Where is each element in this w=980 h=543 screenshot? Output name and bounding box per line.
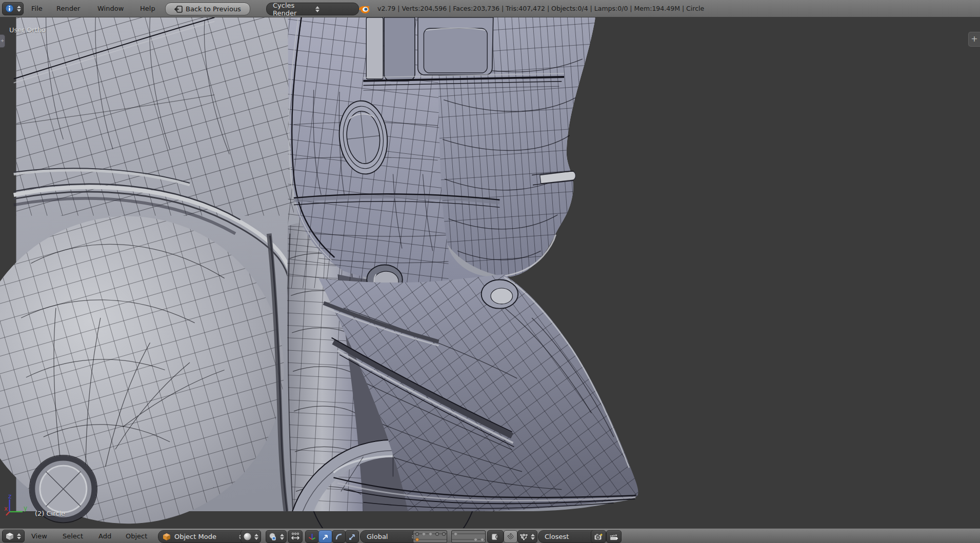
layer-toggle[interactable] <box>452 539 458 540</box>
axis-tripod-icon <box>308 533 316 540</box>
editor-type-cube-icon <box>6 532 14 540</box>
blender-window: File Render Window Help Back to Previous… <box>0 0 980 543</box>
layer-toggle[interactable] <box>427 533 433 534</box>
manipulator-toggle-button[interactable] <box>288 530 303 543</box>
axis-y-label: y <box>24 505 27 512</box>
opengl-render-anim-button[interactable] <box>606 530 622 543</box>
translate-manipulator-axes-button[interactable] <box>305 530 319 543</box>
layer-toggle[interactable] <box>420 533 427 534</box>
editor-type-button[interactable] <box>2 2 24 15</box>
menu-object[interactable]: Object <box>126 532 147 540</box>
lock-link-icon <box>491 533 500 541</box>
menu-add[interactable]: Add <box>98 532 111 540</box>
snap-element-arrows <box>531 534 535 540</box>
translate-button[interactable] <box>318 530 332 543</box>
scene-stats: v2.79 | Verts:204,596 | Faces:203,736 | … <box>377 0 704 17</box>
snap-element-button[interactable] <box>517 530 537 543</box>
object-mode-cube-icon <box>163 533 171 541</box>
transform-orientation-value: Global <box>367 533 409 540</box>
layer-toggle[interactable] <box>420 539 427 540</box>
info-icon <box>5 4 14 13</box>
layer-toggle[interactable] <box>452 533 458 534</box>
layers-group-2 <box>451 530 486 543</box>
back-to-previous-label: Back to Previous <box>186 5 241 13</box>
pivot-point-icon <box>269 533 277 541</box>
render-engine-arrows <box>315 6 355 12</box>
info-header: File Render Window Help Back to Previous… <box>0 0 980 17</box>
clapperboard-icon <box>609 533 618 541</box>
magnet-icon <box>507 533 514 540</box>
layer-toggle[interactable] <box>472 533 478 534</box>
layer-toggle[interactable] <box>427 539 433 540</box>
shading-arrows <box>254 534 258 540</box>
properties-expand-tab[interactable]: + <box>968 32 980 47</box>
mini-axis-gizmo: z x y <box>3 487 36 523</box>
rotate-arc-icon <box>335 533 343 540</box>
scale-button[interactable] <box>345 530 359 543</box>
viewport-3d[interactable]: User Ortho + + z x y (2) Circle <box>0 17 980 528</box>
active-object-label: (2) Circle <box>35 510 65 517</box>
editor-type-arrows-bottom <box>17 533 21 539</box>
shading-sphere-icon <box>244 533 251 540</box>
editor-type-button-bottom[interactable] <box>2 530 25 542</box>
layer-toggle[interactable] <box>413 539 420 540</box>
render-engine-select[interactable]: Cycles Render <box>266 3 359 15</box>
render-engine-value: Cycles Render <box>273 2 312 17</box>
layer-toggle[interactable] <box>472 539 478 540</box>
menu-view[interactable]: View <box>31 532 47 540</box>
snap-volume-cube-icon <box>520 533 528 540</box>
translate-arrow-icon <box>322 533 329 540</box>
rotate-button[interactable] <box>332 530 346 543</box>
back-to-previous-button[interactable]: Back to Previous <box>165 3 250 15</box>
layers-group-1 <box>413 530 447 543</box>
wireframe-mesh <box>0 17 980 528</box>
opengl-render-button[interactable] <box>591 530 606 543</box>
layer-toggle[interactable] <box>465 533 472 534</box>
layer-toggle[interactable] <box>433 533 440 534</box>
blender-logo-icon <box>358 3 370 14</box>
axis-x-label: x <box>4 505 8 512</box>
menu-file[interactable]: File <box>31 5 43 12</box>
menu-window[interactable]: Window <box>97 5 124 12</box>
camera-render-icon <box>594 533 603 541</box>
layer-toggle[interactable] <box>478 539 485 540</box>
layer-toggle[interactable] <box>478 533 485 534</box>
menu-help[interactable]: Help <box>140 5 155 12</box>
interaction-mode-select[interactable]: Object Mode <box>158 530 248 543</box>
layer-toggle[interactable] <box>458 533 465 534</box>
layer-toggle[interactable] <box>440 539 447 540</box>
viewport-shading-button[interactable] <box>241 530 261 543</box>
back-arrow-icon <box>174 6 183 13</box>
lock-to-scene-button[interactable] <box>487 530 504 543</box>
snap-target-value: Closest <box>545 533 588 540</box>
scale-arrow-icon <box>349 533 356 540</box>
editor-type-arrows <box>17 6 21 12</box>
transform-orientation-select[interactable]: Global <box>360 530 421 543</box>
menu-render[interactable]: Render <box>56 5 80 12</box>
pivot-arrows <box>280 534 284 540</box>
pivot-point-button[interactable] <box>266 530 287 543</box>
layer-toggle[interactable] <box>413 533 420 534</box>
layer-toggle[interactable] <box>458 539 465 540</box>
layer-toggle[interactable] <box>440 533 447 534</box>
toolshelf-expand-tab[interactable]: + <box>0 34 5 48</box>
layer-toggle[interactable] <box>433 539 440 540</box>
axis-z-label: z <box>8 493 11 500</box>
manipulator-arrows-icon <box>291 532 300 541</box>
menu-select[interactable]: Select <box>63 532 83 540</box>
viewport-header-toolbar: View Select Add Object Object Mode <box>0 528 980 543</box>
snap-toggle-button[interactable] <box>504 530 517 543</box>
interaction-mode-value: Object Mode <box>174 533 236 540</box>
view-name-label: User Ortho <box>9 26 46 34</box>
layer-toggle[interactable] <box>465 539 472 540</box>
